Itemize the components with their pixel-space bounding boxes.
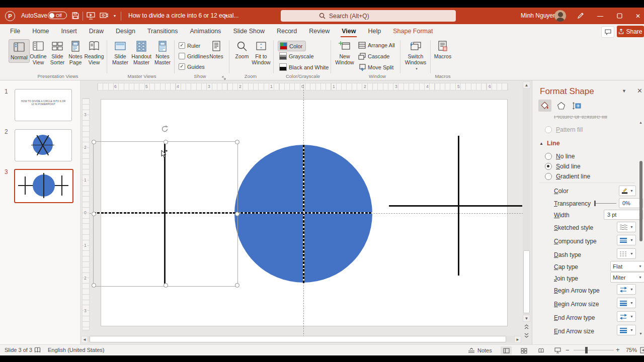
start-slideshow-icon[interactable] <box>87 12 95 21</box>
tab-design[interactable]: Design <box>112 25 139 38</box>
compound-type-dropdown[interactable]: ▼ <box>617 235 636 245</box>
minimize-button[interactable]: — <box>593 8 608 24</box>
resize-handle-bottom-left[interactable] <box>92 283 96 288</box>
slide-sorter-status-button[interactable] <box>518 346 529 354</box>
width-spinner[interactable]: 3 pt ▲▼ <box>604 210 643 220</box>
scroll-up-button[interactable]: ▲ <box>523 81 530 88</box>
macros-button[interactable]: Macros <box>433 40 453 60</box>
avatar[interactable] <box>554 10 566 22</box>
begin-arrow-type-dropdown[interactable]: ▼ <box>617 284 636 295</box>
pane-scroll-down-icon[interactable]: ▼ <box>639 332 642 335</box>
next-slide-button[interactable] <box>523 332 530 339</box>
scroll-down-button[interactable]: ▼ <box>523 315 530 322</box>
notes-toggle-button[interactable]: Notes <box>468 345 492 355</box>
tab-insert[interactable]: Insert <box>57 25 81 38</box>
autosave-toggle[interactable]: Off <box>48 12 67 19</box>
no-line-radio[interactable]: No line <box>545 151 575 161</box>
search-input[interactable]: Search (Alt+Q) <box>281 10 456 22</box>
vertical-scrollbar-thumb[interactable] <box>523 250 530 313</box>
grayscale-button[interactable]: Grayscale <box>279 52 314 60</box>
handout-master-button[interactable]: Handout Master <box>130 40 153 65</box>
pane-dropdown-caret-icon[interactable]: ▼ <box>622 88 626 94</box>
tab-review[interactable]: Review <box>305 25 334 38</box>
end-arrow-type-dropdown[interactable]: ▼ <box>617 311 636 322</box>
fill-line-tab[interactable] <box>538 100 551 112</box>
scroll-right-button[interactable]: ► <box>514 336 521 343</box>
gradient-line-radio[interactable]: Gradient line <box>545 171 590 182</box>
comments-button[interactable] <box>601 26 614 38</box>
tab-file[interactable]: File <box>6 25 24 38</box>
zoom-level[interactable]: 75% <box>626 347 637 353</box>
size-properties-tab[interactable] <box>571 100 584 112</box>
proofing-book-icon[interactable] <box>34 347 41 354</box>
title-caret-icon[interactable]: ▾ <box>225 14 227 18</box>
tab-home[interactable]: Home <box>28 25 53 38</box>
cascade-button[interactable]: Cascade <box>358 52 389 60</box>
slide-thumbnail-1[interactable]: HOW TO DIVIDE A CIRCLE INTO 6 OR 12 IN P… <box>15 89 72 121</box>
resize-handle-top-center[interactable] <box>164 140 168 144</box>
user-name[interactable]: Minh Nguyen <box>521 12 556 19</box>
close-button[interactable]: ✕ <box>630 8 644 24</box>
normal-view-status-button[interactable] <box>501 346 512 354</box>
guides-checkbox[interactable]: ✓ Guides <box>179 62 205 71</box>
horizontal-scrollbar-thumb[interactable] <box>90 336 506 342</box>
slide-thumbnail-2[interactable] <box>15 129 72 161</box>
ink-pen-icon[interactable] <box>577 12 585 21</box>
slide-thumbnail-3[interactable] <box>14 169 73 203</box>
tab-shape-format[interactable]: Shape Format <box>389 25 437 38</box>
powerpoint-logo-icon[interactable]: P <box>5 11 15 21</box>
quick-access-caret-icon[interactable]: ▾ <box>114 14 116 18</box>
previous-slide-button[interactable] <box>523 323 530 330</box>
pane-close-icon[interactable]: ✕ <box>637 87 642 95</box>
solid-line-radio[interactable]: Solid line <box>545 161 581 171</box>
resize-handle-bottom-center[interactable] <box>164 283 168 288</box>
tab-animations[interactable]: Animations <box>186 25 225 38</box>
reading-view-button[interactable]: Reading View <box>84 40 104 65</box>
end-arrow-size-dropdown[interactable]: ▼ <box>617 325 636 335</box>
zoom-slider-thumb[interactable] <box>585 347 588 353</box>
tab-view[interactable]: View <box>338 25 360 38</box>
scroll-left-button[interactable]: ◄ <box>81 336 88 343</box>
outline-view-button[interactable]: Outline View <box>28 40 48 65</box>
join-type-dropdown[interactable]: Miter ▼ <box>610 272 644 283</box>
pane-scroll-up-icon[interactable]: ▲ <box>639 121 642 124</box>
record-icon[interactable] <box>100 12 108 21</box>
resize-handle-middle-left[interactable] <box>92 212 96 216</box>
slide-master-button[interactable]: Slide Master <box>110 40 130 65</box>
cap-type-dropdown[interactable]: Flat ▼ <box>610 261 644 272</box>
resize-handle-middle-right[interactable] <box>235 212 239 216</box>
fit-to-window-button[interactable]: Fit to Window <box>251 40 271 65</box>
notes-page-button[interactable]: Notes Page <box>65 40 86 65</box>
zoom-in-button[interactable]: + <box>616 346 620 353</box>
tab-help[interactable]: Help <box>364 25 385 38</box>
selection-bounding-box[interactable] <box>93 141 238 287</box>
resize-handle-top-right[interactable] <box>235 140 239 144</box>
notes-master-button[interactable]: Notes Master <box>152 40 173 65</box>
transparency-slider-track[interactable] <box>595 203 616 204</box>
color-button[interactable]: Color <box>278 41 306 51</box>
resize-handle-top-left[interactable] <box>92 140 96 144</box>
arrange-all-button[interactable]: Arrange All <box>358 41 395 49</box>
tab-draw[interactable]: Draw <box>85 25 108 38</box>
black-and-white-button[interactable]: Black and White <box>279 63 329 71</box>
maximize-button[interactable] <box>612 8 627 24</box>
share-button[interactable]: Share <box>617 26 644 37</box>
dash-type-dropdown[interactable]: ▼ <box>617 248 636 259</box>
pattern-fill-radio[interactable]: Pattern fill <box>545 125 583 135</box>
line-section-header[interactable]: ▲ Line <box>539 140 560 147</box>
tab-record[interactable]: Record <box>273 25 301 38</box>
move-split-button[interactable]: Move Split <box>358 63 393 71</box>
right-cross-horizontal-line[interactable] <box>389 205 522 207</box>
transparency-slider-thumb[interactable] <box>594 201 596 206</box>
zoom-out-button[interactable]: − <box>566 346 570 354</box>
notes-ribbon-button[interactable]: Notes <box>206 40 226 60</box>
normal-view-button[interactable]: Normal <box>9 39 30 63</box>
slide-indicator[interactable]: Slide 3 of 3 <box>5 347 32 353</box>
circle-vertical-division-line[interactable] <box>303 145 304 284</box>
zoom-button[interactable]: Zoom <box>232 40 252 60</box>
language-indicator[interactable]: English (United States) <box>48 347 105 353</box>
ruler-checkbox[interactable]: ✓ Ruler <box>179 41 200 50</box>
zoom-slider-track[interactable] <box>574 350 614 350</box>
new-window-button[interactable]: New Window <box>334 40 356 65</box>
selected-vertical-line[interactable] <box>164 142 166 285</box>
